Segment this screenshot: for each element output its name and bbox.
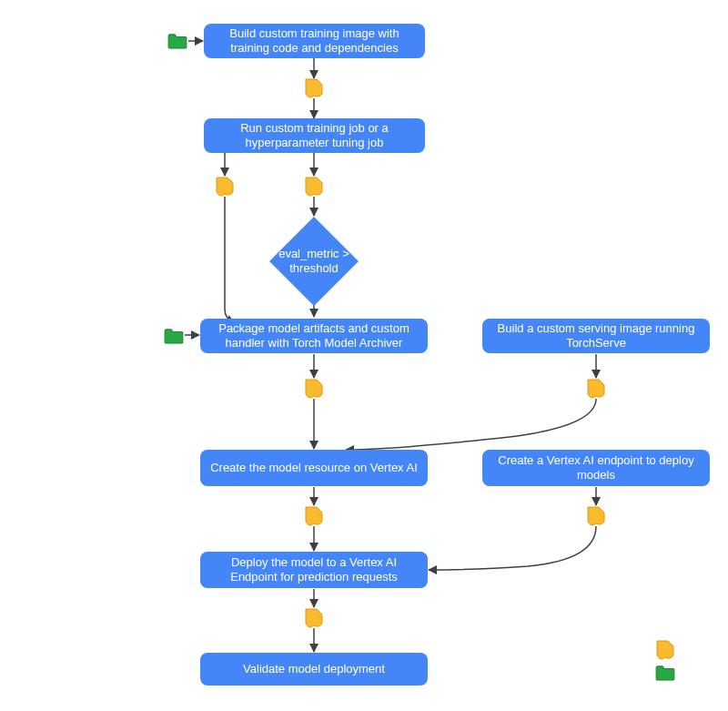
- arrows-layer: [0, 0, 728, 711]
- node-create-endpoint: Create a Vertex AI endpoint to deploy mo…: [482, 450, 710, 486]
- doc-icon: [304, 379, 324, 399]
- node-package-model: Package model artifacts and custom handl…: [200, 319, 428, 353]
- node-create-model: Create the model resource on Vertex AI: [200, 450, 428, 486]
- node-label: Create the model resource on Vertex AI: [210, 461, 418, 475]
- doc-icon: [586, 379, 606, 399]
- doc-icon: [304, 177, 324, 197]
- node-label: Validate model deployment: [243, 662, 385, 676]
- folder-icon: [164, 328, 184, 344]
- node-run-training: Run custom training job or a hyperparame…: [204, 118, 425, 153]
- node-validate: Validate model deployment: [200, 653, 428, 686]
- folder-icon: [655, 665, 675, 681]
- doc-icon: [304, 608, 324, 628]
- node-label: Deploy the model to a Vertex AI Endpoint…: [209, 555, 419, 585]
- doc-icon: [586, 506, 606, 526]
- folder-icon: [167, 33, 187, 49]
- node-deploy-model: Deploy the model to a Vertex AI Endpoint…: [200, 552, 428, 588]
- node-label: Create a Vertex AI endpoint to deploy mo…: [491, 453, 701, 483]
- node-label: Build custom training image with trainin…: [213, 26, 416, 56]
- node-build-serving: Build a custom serving image running Tor…: [482, 319, 710, 353]
- doc-icon: [304, 506, 324, 526]
- doc-icon: [655, 640, 675, 660]
- flowchart-canvas: Build custom training image with trainin…: [0, 0, 728, 711]
- doc-icon: [215, 177, 235, 197]
- node-build-training: Build custom training image with trainin…: [204, 24, 425, 58]
- node-label: Package model artifacts and custom handl…: [209, 321, 419, 351]
- node-label: Run custom training job or a hyperparame…: [213, 121, 416, 151]
- node-decision: eval_metric > threshold: [268, 216, 359, 307]
- node-label: eval_metric > threshold: [268, 247, 359, 277]
- doc-icon: [304, 78, 324, 98]
- node-label: Build a custom serving image running Tor…: [491, 321, 701, 351]
